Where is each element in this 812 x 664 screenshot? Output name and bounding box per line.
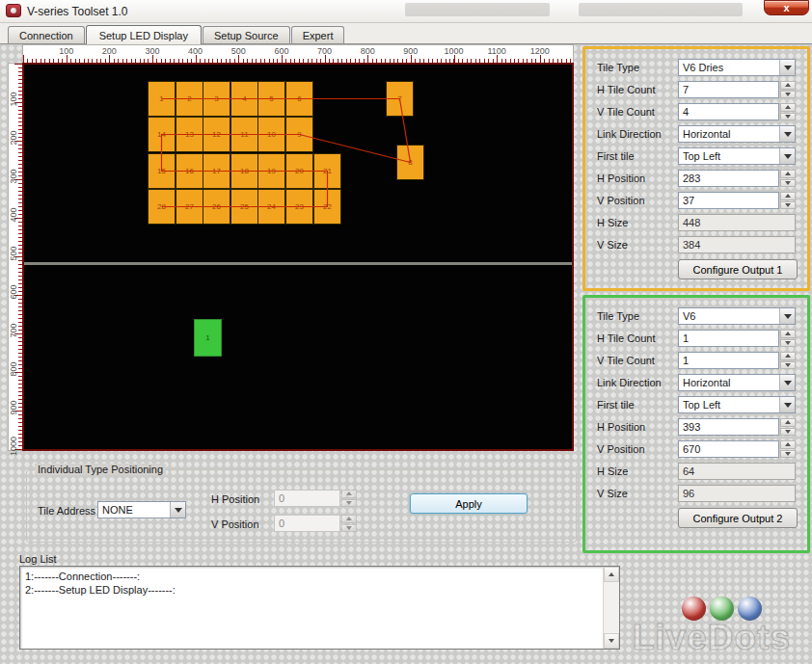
led-tile-3[interactable]: 3 <box>203 81 230 117</box>
content-area: 100200300400500600700800900100011001200 … <box>0 44 812 664</box>
app-window: V-series Toolset 1.0 x ConnectionSetup L… <box>0 0 812 664</box>
h-position-spinner[interactable]: 393 <box>678 418 796 436</box>
configure-output-2-button[interactable]: Configure Output 2 <box>678 508 798 528</box>
tile-number: 28 <box>157 202 166 211</box>
spin-up-icon[interactable] <box>780 330 796 338</box>
v-position-spinner[interactable]: 37 <box>678 192 796 209</box>
led-tile-23[interactable]: 23 <box>285 189 313 225</box>
tile-type-select[interactable]: V6 Dries <box>678 59 796 76</box>
h-ruler-label: 400 <box>182 46 209 56</box>
led-tile-11[interactable]: 11 <box>230 117 258 152</box>
led-tile-12[interactable]: 12 <box>203 117 230 152</box>
v-ruler-label: 100 <box>9 85 18 114</box>
spin-down-icon[interactable] <box>780 428 796 437</box>
spin-up-icon[interactable] <box>780 418 796 427</box>
chevron-down-icon <box>779 397 795 412</box>
link-direction-label: Link Direction <box>597 128 678 140</box>
tab-connection[interactable]: Connection <box>8 26 85 43</box>
led-canvas[interactable]: 1234567891011121314151617181920212223242… <box>22 63 574 451</box>
spin-up-icon[interactable] <box>780 192 796 200</box>
led-tile-28[interactable]: 28 <box>148 189 176 225</box>
tile-number: 19 <box>267 167 276 175</box>
tile-number: 1 <box>159 94 163 103</box>
spin-down-icon[interactable] <box>780 179 796 188</box>
spin-down-icon[interactable] <box>780 91 796 99</box>
spin-down-icon[interactable] <box>780 339 796 348</box>
log-list[interactable]: 1:-------Connection-------: 2:-------Set… <box>19 566 620 650</box>
tile-number: 9 <box>297 130 301 139</box>
tile-number: 26 <box>212 202 221 211</box>
tile-number: 12 <box>212 130 221 139</box>
tab-setup-led-display[interactable]: Setup LED Display <box>86 25 202 44</box>
close-button[interactable]: x <box>764 0 809 15</box>
tile-number: 23 <box>295 202 304 211</box>
chevron-down-icon <box>779 126 795 142</box>
led-tile-14[interactable]: 14 <box>148 117 176 152</box>
spin-down-icon[interactable] <box>780 361 796 370</box>
link-direction-select[interactable]: Horizontal <box>678 125 796 143</box>
led-tile-5[interactable]: 5 <box>257 81 285 117</box>
tab-setup-source[interactable]: Setup Source <box>203 26 290 43</box>
selected-value: Top Left <box>679 148 779 164</box>
tile-type-select[interactable]: V6 <box>678 307 796 325</box>
led-tile-8[interactable]: 8 <box>396 145 424 180</box>
led-tile-7[interactable]: 7 <box>386 81 414 117</box>
apply-button[interactable]: Apply <box>410 493 528 514</box>
spin-down-icon[interactable] <box>780 201 796 210</box>
tile-number: 14 <box>157 130 166 139</box>
led-tile-25[interactable]: 25 <box>230 189 258 225</box>
led-tile-27[interactable]: 27 <box>176 189 203 225</box>
spin-up-icon[interactable] <box>780 103 796 112</box>
v-tile-count-spinner[interactable]: 1 <box>678 352 796 369</box>
spin-up-icon[interactable] <box>780 81 796 90</box>
spin-up-icon[interactable] <box>780 170 796 178</box>
chevron-down-icon <box>779 308 795 324</box>
spin-down-icon[interactable] <box>780 450 796 459</box>
spin-up-icon[interactable] <box>780 352 796 360</box>
h-position-spinner[interactable]: 283 <box>678 170 796 187</box>
link-direction-select[interactable]: Horizontal <box>678 374 796 391</box>
led-tile-24[interactable]: 24 <box>257 189 285 225</box>
led-tile-2[interactable]: 2 <box>176 81 203 117</box>
led-tile-18[interactable]: 18 <box>230 153 258 189</box>
v-ruler-label: 600 <box>9 278 18 306</box>
tab-expert[interactable]: Expert <box>291 26 345 43</box>
led-tile-17[interactable]: 17 <box>203 153 230 189</box>
v-size-field: 384 <box>678 236 796 253</box>
led-tile-10[interactable]: 10 <box>257 117 285 152</box>
led-tile-6[interactable]: 6 <box>285 81 313 117</box>
led-tile-4[interactable]: 4 <box>230 81 258 117</box>
v-position-spinner[interactable]: 670 <box>678 440 796 458</box>
led-tile-13[interactable]: 13 <box>176 117 203 152</box>
led-tile-9[interactable]: 9 <box>285 117 313 152</box>
spin-value: 1 <box>678 330 779 347</box>
tile-address-select[interactable]: NONE <box>97 501 186 518</box>
led-tile-19[interactable]: 19 <box>257 153 285 189</box>
v-size-row: V Size96 <box>597 485 799 502</box>
led-tile-16[interactable]: 16 <box>176 153 203 189</box>
log-scrollbar[interactable] <box>603 567 619 649</box>
first-tile-select[interactable]: Top Left <box>678 147 796 165</box>
h-ruler-label: 1100 <box>483 46 510 56</box>
output2-tile[interactable]: 1 <box>194 319 222 357</box>
led-tile-26[interactable]: 26 <box>203 189 230 225</box>
first-tile-select[interactable]: Top Left <box>678 396 796 413</box>
scroll-down-button[interactable] <box>604 633 619 649</box>
scroll-up-button[interactable] <box>604 567 619 582</box>
individual-positioning-group: Individual Type Positioning Tile Address… <box>26 469 577 543</box>
spin-up-icon[interactable] <box>780 440 796 449</box>
led-tile-21[interactable]: 21 <box>313 153 341 189</box>
h-tile-count-spinner[interactable]: 1 <box>678 330 796 347</box>
led-tile-22[interactable]: 22 <box>313 189 341 225</box>
led-tile-15[interactable]: 15 <box>148 153 176 189</box>
spin-down-icon[interactable] <box>780 113 796 121</box>
led-tile-20[interactable]: 20 <box>285 153 313 189</box>
v-tile-count-spinner[interactable]: 4 <box>678 103 796 120</box>
h-position-label: H Position <box>597 421 678 433</box>
background-artifact <box>579 3 743 16</box>
tile-number: 22 <box>323 202 332 211</box>
configure-output-1-button[interactable]: Configure Output 1 <box>678 259 798 279</box>
h-tile-count-spinner[interactable]: 7 <box>678 81 796 98</box>
tile-address-label: Tile Address <box>38 505 95 517</box>
led-tile-1[interactable]: 1 <box>148 81 176 117</box>
